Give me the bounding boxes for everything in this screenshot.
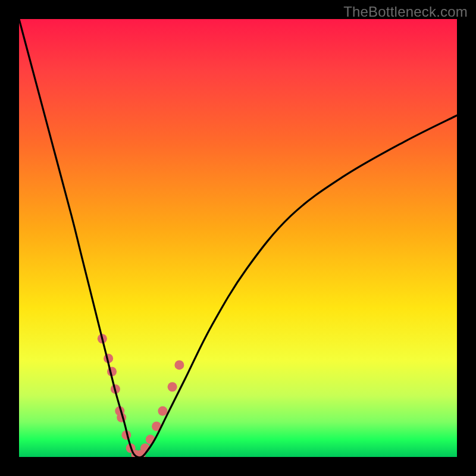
- highlight-point: [174, 360, 184, 369]
- bottleneck-curve: [19, 19, 457, 457]
- highlight-point: [98, 334, 107, 343]
- highlight-point: [107, 367, 117, 376]
- highlight-point: [131, 450, 141, 457]
- watermark-text: TheBottleneck.com: [343, 4, 468, 20]
- highlight-point: [121, 430, 131, 440]
- highlight-point: [126, 443, 136, 453]
- plot-area: [19, 19, 457, 457]
- highlight-point: [104, 353, 113, 363]
- curve-layer: [19, 19, 457, 457]
- markers-group: [98, 334, 184, 457]
- highlight-point: [115, 406, 124, 416]
- highlight-point: [136, 450, 146, 457]
- highlight-point: [146, 435, 155, 444]
- highlight-point: [117, 413, 126, 422]
- highlight-point: [111, 384, 120, 394]
- highlight-point: [140, 443, 150, 453]
- chart-frame: TheBottleneck.com: [0, 0, 476, 476]
- highlight-point: [158, 406, 167, 416]
- highlight-point: [168, 382, 177, 392]
- highlight-point: [152, 421, 161, 431]
